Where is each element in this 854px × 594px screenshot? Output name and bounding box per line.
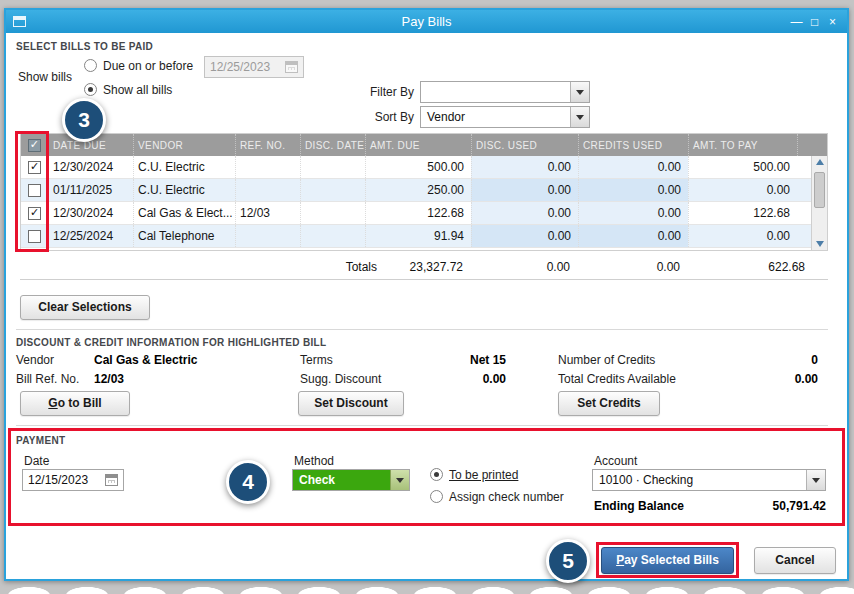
table-row[interactable]: 01/11/2025 C.U. Electric 250.00 0.00 0.0… <box>21 179 827 202</box>
ref-no-cell <box>235 156 300 178</box>
ref-no-cell <box>235 179 300 201</box>
section-divider <box>16 329 828 330</box>
window-controls: — □ × <box>789 15 847 29</box>
scrollbar-thumb[interactable] <box>814 172 825 208</box>
table-row[interactable]: 12/25/2024 Cal Telephone 91.94 0.00 0.00… <box>21 225 827 248</box>
show-all-bills-option: Show all bills <box>84 82 172 97</box>
table-scrollbar[interactable] <box>811 156 827 250</box>
annotation-step-5: 5 <box>546 539 590 583</box>
credits-used-cell: 0.00 <box>578 156 688 178</box>
header-disc-date: DISC. DATE <box>300 134 365 156</box>
total-amt-due: 23,327.72 <box>385 260 470 274</box>
chevron-down-icon <box>570 107 589 127</box>
totals-label: Totals <box>20 260 385 274</box>
annotation-step-3: 3 <box>62 98 106 142</box>
sort-by-value: Vendor <box>421 107 570 127</box>
amt-to-pay-cell[interactable]: 500.00 <box>688 156 797 178</box>
sort-by-label: Sort By <box>336 110 414 124</box>
amt-to-pay-cell[interactable]: 0.00 <box>688 179 797 201</box>
vendor-cell: C.U. Electric <box>133 156 235 178</box>
filter-by-dropdown[interactable] <box>420 81 590 103</box>
due-date-field[interactable]: 12/25/2023 <box>204 56 304 78</box>
disc-used-cell: 0.00 <box>471 156 578 178</box>
vendor-cell: Cal Gas & Elect... <box>133 202 235 224</box>
sort-by-dropdown[interactable]: Vendor <box>420 106 590 128</box>
amt-due-cell: 500.00 <box>365 156 471 178</box>
maximize-button[interactable]: □ <box>807 15 822 29</box>
show-bills-label: Show bills <box>18 70 72 84</box>
header-ref-no: REF. NO. <box>235 134 300 156</box>
credits-used-cell: 0.00 <box>578 225 688 247</box>
header-disc-used: DISC. USED <box>471 134 578 156</box>
total-credits-value: 0.00 <box>706 372 818 386</box>
show-all-bills-label: Show all bills <box>103 83 172 97</box>
clear-selections-button[interactable]: Clear Selections <box>20 295 150 320</box>
disc-used-cell: 0.00 <box>471 225 578 247</box>
close-button[interactable]: × <box>825 15 840 29</box>
annotation-box-payment-section <box>8 428 845 526</box>
vendor-value: Cal Gas & Electric <box>94 353 197 367</box>
header-vendor: VENDOR <box>133 134 235 156</box>
vendor-label: Vendor <box>16 353 54 367</box>
header-amt-to-pay: AMT. TO PAY <box>688 134 797 156</box>
go-to-bill-button[interactable]: Go to Bill <box>20 391 130 416</box>
terms-label: Terms <box>300 353 333 367</box>
annotation-box-checkbox-column <box>15 131 49 252</box>
annotation-step-4: 4 <box>226 460 270 504</box>
select-bills-section-title: SELECT BILLS TO BE PAID <box>16 41 153 52</box>
ref-no-cell <box>235 225 300 247</box>
table-row[interactable]: 12/30/2024 C.U. Electric 500.00 0.00 0.0… <box>21 156 827 179</box>
chevron-down-icon <box>570 82 589 102</box>
credits-used-cell: 0.00 <box>578 202 688 224</box>
set-discount-button[interactable]: Set Discount <box>298 391 404 416</box>
due-on-or-before-option: Due on or before <box>84 58 193 73</box>
show-all-bills-radio[interactable] <box>84 83 97 96</box>
total-disc-used: 0.00 <box>470 260 577 274</box>
total-amt-to-pay: 622.68 <box>687 260 812 274</box>
sugg-discount-value: 0.00 <box>426 372 506 386</box>
set-credits-button[interactable]: Set Credits <box>558 391 660 416</box>
disc-date-cell <box>300 225 365 247</box>
disc-used-cell: 0.00 <box>471 202 578 224</box>
bills-table: DATE DUE VENDOR REF. NO. DISC. DATE AMT.… <box>20 133 828 251</box>
sugg-discount-label: Sugg. Discount <box>300 372 381 386</box>
total-credits-label: Total Credits Available <box>558 372 676 386</box>
amt-to-pay-cell[interactable]: 0.00 <box>688 225 797 247</box>
minimize-button[interactable]: — <box>789 15 804 29</box>
vendor-cell: Cal Telephone <box>133 225 235 247</box>
window-title: Pay Bills <box>6 14 847 29</box>
totals-row: Totals 23,327.72 0.00 0.00 622.68 <box>20 255 828 280</box>
cancel-button[interactable]: Cancel <box>754 547 836 574</box>
filter-by-label: Filter By <box>336 85 414 99</box>
screenshot-frame: Pay Bills — □ × SELECT BILLS TO BE PAID … <box>0 0 854 594</box>
scroll-down-icon[interactable] <box>816 241 824 247</box>
section-divider <box>16 425 828 426</box>
bill-ref-label: Bill Ref. No. <box>16 372 79 386</box>
date-due-cell: 01/11/2025 <box>48 179 133 201</box>
amt-to-pay-cell[interactable]: 122.68 <box>688 202 797 224</box>
date-due-cell: 12/25/2024 <box>48 225 133 247</box>
date-due-cell: 12/30/2024 <box>48 202 133 224</box>
due-date-value: 12/25/2023 <box>210 60 270 74</box>
vendor-cell: C.U. Electric <box>133 179 235 201</box>
number-of-credits-label: Number of Credits <box>558 353 655 367</box>
due-on-or-before-radio[interactable] <box>84 59 97 72</box>
header-filler <box>797 134 813 156</box>
calendar-icon <box>285 61 298 73</box>
amt-due-cell: 250.00 <box>365 179 471 201</box>
disc-date-cell <box>300 202 365 224</box>
credits-used-cell: 0.00 <box>578 179 688 201</box>
disc-date-cell <box>300 179 365 201</box>
ref-no-cell: 12/03 <box>235 202 300 224</box>
bills-table-header: DATE DUE VENDOR REF. NO. DISC. DATE AMT.… <box>21 134 827 156</box>
torn-edge <box>0 580 854 594</box>
scroll-up-icon[interactable] <box>816 159 824 165</box>
total-credits-used: 0.00 <box>577 260 687 274</box>
header-amt-due: AMT. DUE <box>365 134 471 156</box>
disc-used-cell: 0.00 <box>471 179 578 201</box>
table-row[interactable]: 12/30/2024 Cal Gas & Elect... 12/03 122.… <box>21 202 827 225</box>
discount-credit-section-title: DISCOUNT & CREDIT INFORMATION FOR HIGHLI… <box>16 337 326 348</box>
due-on-or-before-label: Due on or before <box>103 59 193 73</box>
bill-ref-value: 12/03 <box>94 372 124 386</box>
amt-due-cell: 122.68 <box>365 202 471 224</box>
